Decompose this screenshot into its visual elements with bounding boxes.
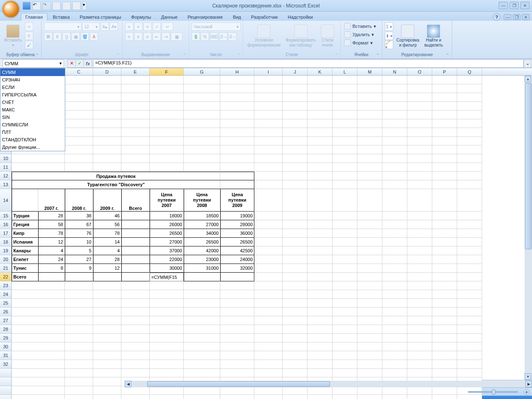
function-dropdown[interactable]: СУММСРЗНАЧЕСЛИГИПЕРССЫЛКАСЧЁТМАКСSINСУММ… [0,68,65,151]
align-top-button[interactable]: ≡ [125,22,133,31]
find-select-button[interactable]: Найти и выделить [423,22,445,50]
align-right-button[interactable]: ≡ [143,32,152,41]
function-item[interactable]: ГИПЕРССЫЛКА [0,91,65,99]
row-header[interactable]: 14 [0,189,12,212]
row-header[interactable]: 27 [0,316,12,325]
row-header[interactable]: 16 [0,220,12,229]
row-header[interactable]: 23 [0,281,12,290]
decrease-indent-button[interactable]: ⇤ [153,32,161,41]
row-header[interactable] [0,377,12,386]
row-header[interactable]: 17 [0,229,12,238]
col-header-f[interactable]: F [150,68,184,75]
workbook-restore-button[interactable]: ❐ [513,14,520,20]
scroll-up-button[interactable]: ▴ [525,76,531,82]
col-header-o[interactable]: O [407,68,432,75]
tab-data[interactable]: Данные [156,13,182,21]
col-header-g[interactable]: G [184,68,220,75]
row-header[interactable]: 10 [0,154,12,163]
tab-home[interactable]: Главная [21,13,47,21]
row-header[interactable]: 12 [0,172,12,180]
tab-developer[interactable]: Разработчик [246,13,282,21]
qat-more-icon[interactable]: ▾ [82,2,86,10]
sort-filter-button[interactable]: Сортировка и фильтр [395,22,421,50]
col-header-m[interactable]: M [357,68,382,75]
maximize-button[interactable]: ❐ [510,2,519,9]
number-format-dropdown[interactable]: Числовой▾ [192,22,241,31]
col-header-l[interactable]: L [332,68,357,75]
col-header-e[interactable]: E [121,68,150,75]
function-item[interactable]: СУММЕСЛИ [0,121,65,128]
row-header[interactable]: 30 [0,342,12,351]
office-button[interactable] [2,1,19,17]
function-item[interactable]: Другие функции... [0,143,65,151]
row-header[interactable]: 26 [0,308,12,316]
col-header-h[interactable]: H [220,68,254,75]
col-header-k[interactable]: K [308,68,332,75]
row-header[interactable]: 32 [0,360,12,369]
tab-insert[interactable]: Вставка [48,13,74,21]
increase-decimal-button[interactable]: .0→ [219,32,227,41]
help-button[interactable]: ? [493,13,500,21]
row-header[interactable]: 31 [0,351,12,360]
close-button[interactable]: ✕ [520,2,530,9]
row-header[interactable]: 28 [0,325,12,334]
insert-cells-button[interactable]: Вставить ▾ [343,22,379,30]
scroll-thumb[interactable] [525,83,532,249]
workbook-minimize-button[interactable]: — [504,14,511,20]
bold-button[interactable]: Ж [44,32,52,41]
function-item[interactable]: СУММ [0,69,65,76]
col-header-i[interactable]: I [254,68,283,75]
function-item[interactable]: ПЛТ [0,128,65,136]
undo-icon[interactable]: ↶ [32,2,41,10]
expand-formula-bar-button[interactable]: ⌄ [524,59,531,68]
row-header[interactable] [0,369,12,377]
align-middle-button[interactable]: ≡ [134,22,143,31]
percent-button[interactable]: % [201,32,209,41]
vertical-scrollbar[interactable]: ▴ ▾ [525,76,532,380]
cell-styles-button[interactable]: Стили ячеек [319,22,336,50]
insert-function-button[interactable]: fx [84,59,92,68]
function-item[interactable]: МАКС [0,106,65,113]
enter-formula-button[interactable]: ✓ [76,59,84,68]
cancel-formula-button[interactable]: ✕ [67,59,76,68]
comma-button[interactable]: 000 [210,32,218,41]
align-bottom-button[interactable]: ≡ [143,22,152,31]
font-size-dropdown[interactable]: 12▾ [82,22,100,31]
function-item[interactable]: SIN [0,113,65,121]
border-button[interactable]: ▦ [71,32,80,41]
decrease-font-button[interactable]: A▾ [110,22,118,31]
align-left-button[interactable]: ≡ [125,32,133,41]
row-header[interactable]: 24 [0,290,12,299]
row-header[interactable]: 18 [0,238,12,246]
zoom-slider[interactable] [468,391,518,393]
format-cells-button[interactable]: Формат ▾ [343,39,379,47]
minimize-button[interactable]: — [499,2,508,9]
orientation-button[interactable]: ⤢ [153,22,161,31]
row-header[interactable]: 29 [0,334,12,342]
function-item[interactable]: СТАНДОТКЛОН [0,136,65,143]
row-header[interactable]: 22 [0,273,12,281]
zoom-thumb[interactable] [492,389,495,394]
autosum-button[interactable]: Σ ▾ [385,22,393,31]
align-center-button[interactable]: ≡ [134,32,143,41]
row-header[interactable] [0,395,12,399]
tab-review[interactable]: Рецензирование [183,13,227,21]
col-header-n[interactable]: N [382,68,407,75]
wrap-text-button[interactable]: ↵ [162,22,173,31]
increase-indent-button[interactable]: ⇥ [162,32,170,41]
scroll-down-button[interactable]: ▾ [525,373,531,380]
row-header[interactable]: 19 [0,246,12,255]
tab-view[interactable]: Вид [228,13,246,21]
horizontal-scrollbar[interactable]: ◀ ▶ [125,381,532,387]
paste-button[interactable]: Вставить ▾ [2,22,23,50]
grid-cells[interactable]: Продажа путевокТурагентство "Discovery"2… [12,76,482,399]
row-header[interactable]: 15 [0,212,12,220]
tab-addons[interactable]: Надстройки [283,13,317,21]
row-header[interactable]: 21 [0,264,12,273]
formula-bar[interactable]: =СУММ(F15:F21) [93,59,524,68]
tab-formulas[interactable]: Формулы [127,13,156,21]
dropdown-icon[interactable]: ▾ [59,61,62,66]
fill-color-button[interactable]: 🪣 [81,32,89,41]
col-header-j[interactable]: J [283,68,308,75]
scroll-left-button[interactable]: ◀ [125,381,131,387]
